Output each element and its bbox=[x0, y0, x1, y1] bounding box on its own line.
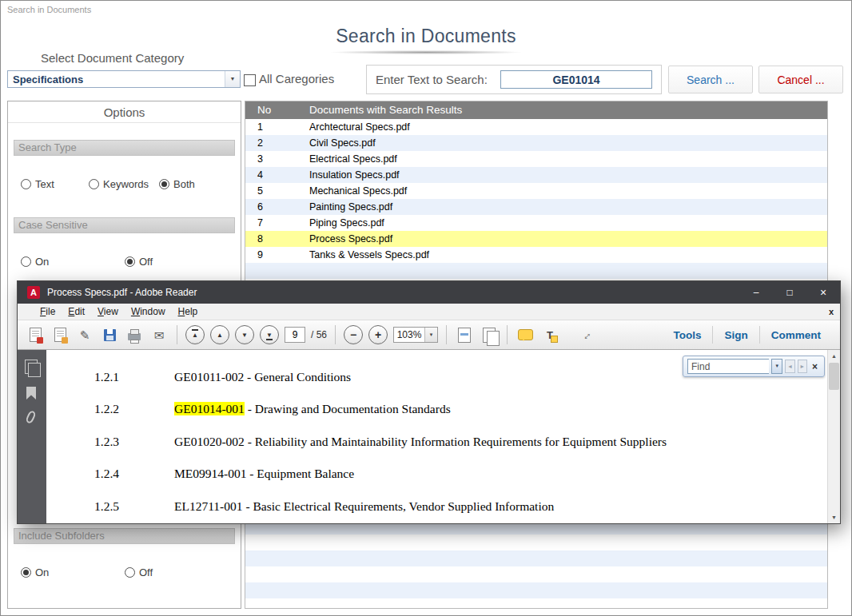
table-row[interactable]: 4Insulation Specs.pdf bbox=[245, 167, 827, 183]
reader-toolbar: ✎ ✉ ▲ ▲ ▼ ▼ / 56 − + 103% ▼ T ↔ bbox=[18, 320, 840, 350]
radio-subfolders-off[interactable] bbox=[125, 567, 135, 578]
last-page-button[interactable]: ▼ bbox=[260, 325, 279, 344]
search-type-header: Search Type bbox=[14, 140, 235, 156]
zoom-in-button[interactable]: + bbox=[368, 325, 388, 344]
create-pdf-icon bbox=[30, 328, 42, 342]
comment-button[interactable]: Comment bbox=[760, 329, 832, 341]
page-view-button[interactable] bbox=[480, 324, 499, 345]
minimize-button[interactable]: – bbox=[739, 281, 773, 304]
close-button[interactable]: × bbox=[806, 281, 840, 304]
menu-view[interactable]: View bbox=[91, 304, 125, 320]
table-row[interactable]: 6Painting Specs.pdf bbox=[245, 199, 827, 215]
menu-file[interactable]: File bbox=[34, 304, 62, 320]
chevron-down-icon[interactable]: ▼ bbox=[225, 71, 240, 87]
fill-sign-button[interactable]: ✎ bbox=[75, 324, 94, 345]
adobe-reader-icon: A bbox=[27, 286, 40, 299]
menu-help[interactable]: Help bbox=[172, 304, 205, 320]
chevron-down-icon[interactable]: ▼ bbox=[424, 328, 437, 342]
clause-number: 1.2.1 bbox=[94, 370, 119, 384]
table-row[interactable]: 7Piping Specs.pdf bbox=[245, 215, 827, 231]
radio-case-on-label[interactable]: On bbox=[35, 256, 49, 268]
page-count-label: / 56 bbox=[311, 329, 327, 340]
menu-edit[interactable]: Edit bbox=[62, 304, 91, 320]
all-categories-label[interactable]: All Caregories bbox=[259, 72, 334, 85]
radio-case-on[interactable] bbox=[21, 256, 31, 267]
radio-case-off-label[interactable]: Off bbox=[139, 256, 153, 268]
category-dropdown[interactable]: Specifications ▼ bbox=[7, 70, 241, 88]
scroll-up-button[interactable]: ▲ bbox=[828, 350, 840, 362]
find-next-button[interactable]: ► bbox=[798, 360, 807, 373]
reader-titlebar[interactable]: A Process Specs.pdf - Adobe Reader – □ × bbox=[18, 281, 840, 304]
options-title: Options bbox=[8, 105, 241, 119]
maximize-button[interactable]: □ bbox=[773, 281, 806, 304]
clause-text: EL12711-001 - Basic Electrical Requireme… bbox=[174, 499, 554, 514]
row-no: 8 bbox=[257, 233, 263, 244]
search-input[interactable] bbox=[500, 70, 652, 89]
row-name: Civil Specs.pdf bbox=[309, 137, 376, 149]
radio-keywords[interactable] bbox=[89, 179, 99, 189]
radio-both-label[interactable]: Both bbox=[173, 178, 195, 190]
find-close-icon[interactable]: × bbox=[810, 361, 820, 372]
menu-window[interactable]: Window bbox=[125, 304, 172, 320]
radio-text-label[interactable]: Text bbox=[35, 178, 54, 190]
radio-subfolders-on-label[interactable]: On bbox=[35, 566, 49, 578]
all-categories-checkbox[interactable] bbox=[244, 74, 256, 86]
scroll-down-button[interactable]: ▼ bbox=[828, 511, 840, 523]
print-button[interactable] bbox=[125, 324, 144, 345]
table-row[interactable]: 2Civil Specs.pdf bbox=[245, 135, 827, 151]
create-pdf-button[interactable] bbox=[26, 324, 45, 345]
options-divider bbox=[8, 122, 241, 123]
next-page-button[interactable]: ▼ bbox=[235, 325, 254, 344]
table-row[interactable]: 5Mechanical Specs.pdf bbox=[245, 183, 827, 199]
save-button[interactable] bbox=[100, 324, 119, 345]
radio-both[interactable] bbox=[159, 179, 169, 189]
cancel-button[interactable]: Cancel ... bbox=[758, 66, 843, 93]
table-row[interactable]: 1Archtectural Specs.pdf bbox=[245, 119, 827, 135]
table-row[interactable]: 9Tanks & Vessels Specs.pdf bbox=[245, 247, 827, 263]
row-no: 9 bbox=[257, 249, 263, 260]
navigation-pane bbox=[18, 350, 46, 523]
row-name: Insulation Specs.pdf bbox=[309, 169, 400, 181]
fullscreen-button[interactable]: ↔ bbox=[576, 324, 595, 345]
include-subfolders-header: Include Subfolders bbox=[14, 528, 235, 544]
previous-page-button[interactable]: ▲ bbox=[210, 325, 229, 344]
open-file-button[interactable] bbox=[50, 324, 70, 345]
tools-button[interactable]: Tools bbox=[662, 329, 712, 341]
bookmarks-icon[interactable] bbox=[26, 387, 36, 399]
radio-case-off[interactable] bbox=[125, 256, 135, 267]
find-input[interactable] bbox=[687, 359, 769, 374]
scroll-thumb[interactable] bbox=[829, 363, 839, 390]
close-document-button[interactable]: x bbox=[829, 307, 834, 316]
find-previous-button[interactable]: ◄ bbox=[785, 360, 794, 373]
document-scrollbar[interactable]: ▲ ▼ bbox=[827, 350, 840, 523]
zoom-out-button[interactable]: − bbox=[344, 325, 363, 344]
page-thumbnails-icon[interactable] bbox=[25, 360, 38, 374]
window-title: Search in Documents bbox=[7, 5, 91, 14]
column-header-documents: Documents with Search Results bbox=[309, 104, 462, 116]
table-row-selected[interactable]: 8Process Specs.pdf bbox=[245, 231, 827, 247]
find-options-chevron-icon[interactable]: ▼ bbox=[771, 359, 782, 374]
radio-text[interactable] bbox=[21, 179, 31, 189]
radio-subfolders-off-label[interactable]: Off bbox=[139, 566, 153, 578]
search-hit-highlight: GE01014-001 bbox=[174, 402, 245, 415]
sign-button[interactable]: Sign bbox=[713, 329, 758, 341]
document-page: 1.2.1 GE01011-002 - General Conditions 1… bbox=[46, 350, 827, 523]
table-row[interactable]: 3Electrical Specs.pdf bbox=[245, 151, 827, 167]
row-no: 1 bbox=[257, 121, 263, 133]
page-number-input[interactable] bbox=[285, 327, 305, 343]
first-page-button[interactable]: ▲ bbox=[185, 325, 205, 344]
radio-keywords-label[interactable]: Keywords bbox=[103, 178, 149, 190]
radio-subfolders-on[interactable] bbox=[21, 567, 31, 578]
zoom-level-select[interactable]: 103% ▼ bbox=[393, 327, 438, 343]
comment-bubble-button[interactable] bbox=[516, 324, 535, 345]
email-button[interactable]: ✉ bbox=[149, 324, 169, 345]
fit-width-button[interactable] bbox=[455, 324, 474, 345]
toolbar-separator bbox=[446, 325, 447, 344]
category-selected-value: Specifications bbox=[13, 74, 83, 85]
open-file-icon bbox=[54, 328, 66, 342]
save-icon bbox=[104, 329, 116, 341]
attachments-icon[interactable] bbox=[25, 410, 37, 424]
search-button[interactable]: Search ... bbox=[668, 66, 753, 93]
row-no: 3 bbox=[257, 153, 263, 165]
sticky-note-button[interactable]: T bbox=[540, 324, 559, 345]
